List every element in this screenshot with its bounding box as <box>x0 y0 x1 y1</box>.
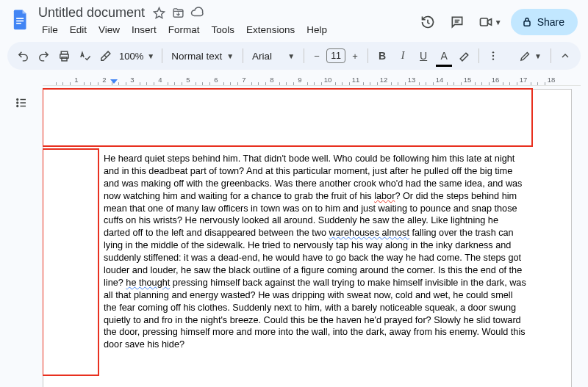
chevron-down-icon: ▼ <box>147 52 154 60</box>
ruler-number: 11 <box>352 76 360 84</box>
menu-edit[interactable]: Edit <box>65 22 92 37</box>
share-label: Share <box>537 16 564 28</box>
outline-toggle-icon[interactable] <box>10 92 32 114</box>
document-body-text[interactable]: He heard quiet steps behind him. That di… <box>104 153 526 351</box>
menu-help[interactable]: Help <box>301 22 332 37</box>
svg-point-14 <box>17 102 18 104</box>
ruler-number: 16 <box>492 76 500 84</box>
increase-font-size-button[interactable]: + <box>347 48 363 64</box>
font-family-value: Arial <box>252 51 272 62</box>
table-cell-top[interactable] <box>43 88 533 147</box>
history-icon[interactable] <box>415 10 440 35</box>
header-actions: ▼ Share <box>415 9 578 35</box>
svg-rect-1 <box>16 21 24 22</box>
svg-point-10 <box>492 51 494 53</box>
text-color-button[interactable]: A <box>434 46 453 65</box>
move-icon[interactable] <box>171 6 184 19</box>
editing-mode-button[interactable]: ▼ <box>514 46 546 65</box>
paragraph-style-select[interactable]: Normal text ▼ <box>167 51 238 62</box>
separator <box>162 48 162 63</box>
ruler-number: 14 <box>436 76 444 84</box>
spellcheck-icon[interactable] <box>75 46 94 65</box>
ruler-number: 10 <box>324 76 332 84</box>
table-cell-left[interactable] <box>43 148 99 376</box>
ruler-number: 2 <box>102 76 106 84</box>
menubar: File Edit View Insert Format Tools Exten… <box>37 22 415 37</box>
font-size-group: − + <box>309 48 363 64</box>
menu-insert[interactable]: Insert <box>126 22 162 37</box>
chevron-down-icon: ▼ <box>495 18 502 26</box>
chevron-down-icon: ▼ <box>534 52 542 60</box>
workspace: He heard quiet steps behind him. That di… <box>0 86 588 387</box>
separator <box>478 48 479 63</box>
ruler-number: 6 <box>214 76 218 84</box>
share-button[interactable]: Share <box>511 9 578 35</box>
ruler-number: 5 <box>186 76 190 84</box>
zoom-select[interactable]: 100% ▼ <box>116 51 157 62</box>
ruler-number: 4 <box>158 76 162 84</box>
menu-tools[interactable]: Tools <box>207 22 240 37</box>
ruler-number: 18 <box>548 76 556 84</box>
highlight-color-button[interactable] <box>455 46 474 65</box>
paint-format-icon[interactable] <box>96 46 115 65</box>
separator <box>368 48 368 63</box>
page[interactable]: He heard quiet steps behind him. That di… <box>43 89 572 387</box>
menu-view[interactable]: View <box>93 22 125 37</box>
ruler-number: 17 <box>520 76 528 84</box>
svg-rect-5 <box>480 18 487 26</box>
paragraph-style-value: Normal text <box>171 51 222 62</box>
menu-file[interactable]: File <box>37 22 63 37</box>
horizontal-ruler[interactable]: 123456789101112131415161718 <box>43 74 581 86</box>
collapse-toolbar-button[interactable] <box>556 46 575 65</box>
ruler-number: 8 <box>270 76 273 84</box>
title-area: Untitled document File Edit View Insert … <box>37 4 415 37</box>
ruler-number: 9 <box>298 76 301 84</box>
font-family-select[interactable]: Arial ▼ <box>248 51 299 62</box>
outline-column <box>0 86 43 387</box>
svg-rect-6 <box>524 21 530 26</box>
decrease-font-size-button[interactable]: − <box>309 48 325 64</box>
undo-icon[interactable] <box>13 46 32 65</box>
svg-point-13 <box>17 99 18 101</box>
chevron-down-icon: ▼ <box>226 52 234 60</box>
svg-point-11 <box>492 55 494 57</box>
ruler-number: 13 <box>408 76 416 84</box>
ruler-number: 12 <box>380 76 388 84</box>
docs-logo[interactable] <box>7 6 34 32</box>
comments-icon[interactable] <box>445 10 470 35</box>
italic-button[interactable]: I <box>393 46 412 65</box>
toolbar: 100% ▼ Normal text ▼ Arial ▼ − + B I U A… <box>7 42 581 70</box>
meet-button[interactable]: ▼ <box>474 10 506 35</box>
svg-point-15 <box>17 106 18 107</box>
separator <box>243 48 243 63</box>
star-icon[interactable] <box>152 6 165 19</box>
separator <box>304 48 304 63</box>
menu-format[interactable]: Format <box>163 22 205 37</box>
ruler-number: 3 <box>130 76 134 84</box>
separator <box>551 48 551 63</box>
ruler-number: 15 <box>464 76 472 84</box>
svg-rect-2 <box>16 23 21 24</box>
print-icon[interactable] <box>54 46 74 65</box>
svg-rect-0 <box>16 18 24 19</box>
ruler-container: 123456789101112131415161718 <box>0 74 581 86</box>
cloud-status-icon[interactable] <box>190 6 204 19</box>
doc-title[interactable]: Untitled document <box>37 5 146 21</box>
redo-icon[interactable] <box>34 46 53 65</box>
ruler-number: 1 <box>74 76 78 84</box>
document-canvas[interactable]: He heard quiet steps behind him. That di… <box>43 86 588 387</box>
zoom-value: 100% <box>119 51 143 62</box>
app-header: Untitled document File Edit View Insert … <box>0 0 588 37</box>
font-size-input[interactable] <box>326 48 345 63</box>
svg-point-12 <box>492 58 494 59</box>
more-tools-button[interactable] <box>484 46 503 65</box>
ruler-number: 7 <box>242 76 245 84</box>
chevron-down-icon: ▼ <box>287 52 295 60</box>
underline-button[interactable]: U <box>414 46 433 65</box>
menu-extensions[interactable]: Extensions <box>241 22 300 37</box>
bold-button[interactable]: B <box>373 46 392 65</box>
